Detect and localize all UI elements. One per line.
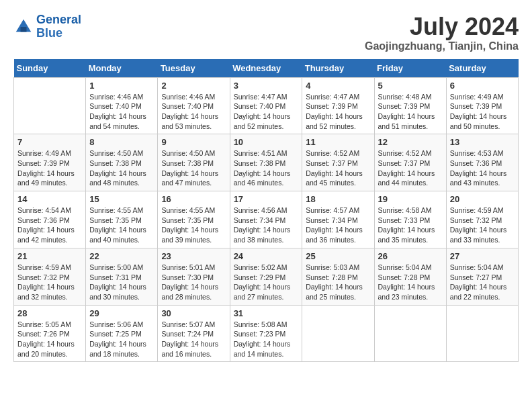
day-info: Sunrise: 4:51 AM Sunset: 7:38 PM Dayligh… xyxy=(234,148,299,188)
day-number: 30 xyxy=(161,308,226,318)
day-cell: 17Sunrise: 4:56 AM Sunset: 7:34 PM Dayli… xyxy=(230,191,302,248)
day-cell: 7Sunrise: 4:49 AM Sunset: 7:39 PM Daylig… xyxy=(14,134,86,191)
day-info: Sunrise: 4:58 AM Sunset: 7:33 PM Dayligh… xyxy=(378,205,443,245)
day-info: Sunrise: 5:03 AM Sunset: 7:28 PM Dayligh… xyxy=(306,263,370,302)
day-info: Sunrise: 4:56 AM Sunset: 7:34 PM Dayligh… xyxy=(234,205,299,245)
day-cell: 11Sunrise: 4:52 AM Sunset: 7:37 PM Dayli… xyxy=(302,134,374,191)
day-info: Sunrise: 4:47 AM Sunset: 7:39 PM Dayligh… xyxy=(306,92,370,132)
day-cell: 22Sunrise: 5:00 AM Sunset: 7:31 PM Dayli… xyxy=(86,248,158,305)
day-info: Sunrise: 4:55 AM Sunset: 7:35 PM Dayligh… xyxy=(161,205,226,245)
header-cell-monday: Monday xyxy=(86,59,158,78)
day-cell: 20Sunrise: 4:59 AM Sunset: 7:32 PM Dayli… xyxy=(446,191,518,248)
page-header: General Blue July 2024 Gaojingzhuang, Ti… xyxy=(13,13,519,52)
day-number: 20 xyxy=(450,194,515,204)
day-cell: 3Sunrise: 4:47 AM Sunset: 7:40 PM Daylig… xyxy=(230,77,302,134)
day-cell: 14Sunrise: 4:54 AM Sunset: 7:36 PM Dayli… xyxy=(14,191,86,248)
day-info: Sunrise: 5:04 AM Sunset: 7:27 PM Dayligh… xyxy=(450,263,515,302)
day-number: 4 xyxy=(306,81,370,91)
day-number: 5 xyxy=(378,81,443,91)
day-number: 21 xyxy=(17,251,82,261)
header-cell-tuesday: Tuesday xyxy=(158,59,230,78)
day-cell: 1Sunrise: 4:46 AM Sunset: 7:40 PM Daylig… xyxy=(86,77,158,134)
day-number: 12 xyxy=(378,137,443,147)
day-cell: 24Sunrise: 5:02 AM Sunset: 7:29 PM Dayli… xyxy=(230,248,302,305)
day-info: Sunrise: 4:53 AM Sunset: 7:36 PM Dayligh… xyxy=(450,148,515,188)
day-info: Sunrise: 4:52 AM Sunset: 7:37 PM Dayligh… xyxy=(378,148,443,188)
logo: General Blue xyxy=(13,13,81,40)
logo-icon xyxy=(13,17,34,37)
day-info: Sunrise: 5:08 AM Sunset: 7:23 PM Dayligh… xyxy=(234,320,299,359)
location: Gaojingzhuang, Tianjin, China xyxy=(365,40,519,52)
day-info: Sunrise: 4:50 AM Sunset: 7:38 PM Dayligh… xyxy=(89,148,154,188)
day-cell: 15Sunrise: 4:55 AM Sunset: 7:35 PM Dayli… xyxy=(86,191,158,248)
day-number: 3 xyxy=(234,81,299,91)
day-info: Sunrise: 4:50 AM Sunset: 7:38 PM Dayligh… xyxy=(161,148,226,188)
day-cell: 21Sunrise: 4:59 AM Sunset: 7:32 PM Dayli… xyxy=(14,248,86,305)
week-row-3: 21Sunrise: 4:59 AM Sunset: 7:32 PM Dayli… xyxy=(14,248,519,305)
day-cell xyxy=(374,305,446,362)
day-cell: 26Sunrise: 5:04 AM Sunset: 7:28 PM Dayli… xyxy=(374,248,446,305)
week-row-4: 28Sunrise: 5:05 AM Sunset: 7:26 PM Dayli… xyxy=(14,305,519,362)
day-cell: 9Sunrise: 4:50 AM Sunset: 7:38 PM Daylig… xyxy=(158,134,230,191)
svg-rect-1 xyxy=(21,27,27,32)
day-info: Sunrise: 4:46 AM Sunset: 7:40 PM Dayligh… xyxy=(89,92,154,132)
day-info: Sunrise: 4:54 AM Sunset: 7:36 PM Dayligh… xyxy=(17,205,82,245)
logo-text: General Blue xyxy=(36,13,81,40)
day-number: 24 xyxy=(234,251,299,261)
day-info: Sunrise: 4:55 AM Sunset: 7:35 PM Dayligh… xyxy=(89,205,154,245)
day-number: 18 xyxy=(306,194,370,204)
day-info: Sunrise: 4:47 AM Sunset: 7:40 PM Dayligh… xyxy=(234,92,299,132)
header-cell-thursday: Thursday xyxy=(302,59,374,78)
day-number: 1 xyxy=(89,81,154,91)
header-cell-wednesday: Wednesday xyxy=(230,59,302,78)
day-cell xyxy=(446,305,518,362)
day-cell: 2Sunrise: 4:46 AM Sunset: 7:40 PM Daylig… xyxy=(158,77,230,134)
title-block: July 2024 Gaojingzhuang, Tianjin, China xyxy=(365,13,519,52)
day-cell: 12Sunrise: 4:52 AM Sunset: 7:37 PM Dayli… xyxy=(374,134,446,191)
day-info: Sunrise: 4:49 AM Sunset: 7:39 PM Dayligh… xyxy=(17,148,82,188)
day-cell: 27Sunrise: 5:04 AM Sunset: 7:27 PM Dayli… xyxy=(446,248,518,305)
day-cell: 4Sunrise: 4:47 AM Sunset: 7:39 PM Daylig… xyxy=(302,77,374,134)
day-number: 31 xyxy=(234,308,299,318)
day-number: 14 xyxy=(17,194,82,204)
logo-line2: Blue xyxy=(36,27,81,40)
day-number: 13 xyxy=(450,137,515,147)
day-number: 8 xyxy=(89,137,154,147)
day-info: Sunrise: 4:59 AM Sunset: 7:32 PM Dayligh… xyxy=(450,205,515,245)
week-row-2: 14Sunrise: 4:54 AM Sunset: 7:36 PM Dayli… xyxy=(14,191,519,248)
day-info: Sunrise: 5:07 AM Sunset: 7:24 PM Dayligh… xyxy=(161,320,226,359)
day-cell: 8Sunrise: 4:50 AM Sunset: 7:38 PM Daylig… xyxy=(86,134,158,191)
day-number: 22 xyxy=(89,251,154,261)
header-row: SundayMondayTuesdayWednesdayThursdayFrid… xyxy=(14,59,519,78)
month-title: July 2024 xyxy=(365,13,519,40)
day-number: 2 xyxy=(161,81,226,91)
day-number: 19 xyxy=(378,194,443,204)
day-info: Sunrise: 5:00 AM Sunset: 7:31 PM Dayligh… xyxy=(89,263,154,302)
day-number: 6 xyxy=(450,81,515,91)
day-cell: 5Sunrise: 4:48 AM Sunset: 7:39 PM Daylig… xyxy=(374,77,446,134)
day-cell: 23Sunrise: 5:01 AM Sunset: 7:30 PM Dayli… xyxy=(158,248,230,305)
day-number: 25 xyxy=(306,251,370,261)
day-number: 15 xyxy=(89,194,154,204)
day-info: Sunrise: 4:48 AM Sunset: 7:39 PM Dayligh… xyxy=(378,92,443,132)
day-info: Sunrise: 5:02 AM Sunset: 7:29 PM Dayligh… xyxy=(234,263,299,302)
day-number: 26 xyxy=(378,251,443,261)
day-cell: 25Sunrise: 5:03 AM Sunset: 7:28 PM Dayli… xyxy=(302,248,374,305)
header-cell-sunday: Sunday xyxy=(14,59,86,78)
day-number: 7 xyxy=(17,137,82,147)
week-row-1: 7Sunrise: 4:49 AM Sunset: 7:39 PM Daylig… xyxy=(14,134,519,191)
day-cell: 28Sunrise: 5:05 AM Sunset: 7:26 PM Dayli… xyxy=(14,305,86,362)
day-number: 28 xyxy=(17,308,82,318)
day-cell: 13Sunrise: 4:53 AM Sunset: 7:36 PM Dayli… xyxy=(446,134,518,191)
day-cell: 10Sunrise: 4:51 AM Sunset: 7:38 PM Dayli… xyxy=(230,134,302,191)
day-number: 29 xyxy=(89,308,154,318)
day-number: 23 xyxy=(161,251,226,261)
day-cell: 16Sunrise: 4:55 AM Sunset: 7:35 PM Dayli… xyxy=(158,191,230,248)
day-number: 9 xyxy=(161,137,226,147)
day-number: 11 xyxy=(306,137,370,147)
day-info: Sunrise: 4:49 AM Sunset: 7:39 PM Dayligh… xyxy=(450,92,515,132)
day-cell: 19Sunrise: 4:58 AM Sunset: 7:33 PM Dayli… xyxy=(374,191,446,248)
week-row-0: 1Sunrise: 4:46 AM Sunset: 7:40 PM Daylig… xyxy=(14,77,519,134)
day-number: 10 xyxy=(234,137,299,147)
day-cell: 29Sunrise: 5:06 AM Sunset: 7:25 PM Dayli… xyxy=(86,305,158,362)
